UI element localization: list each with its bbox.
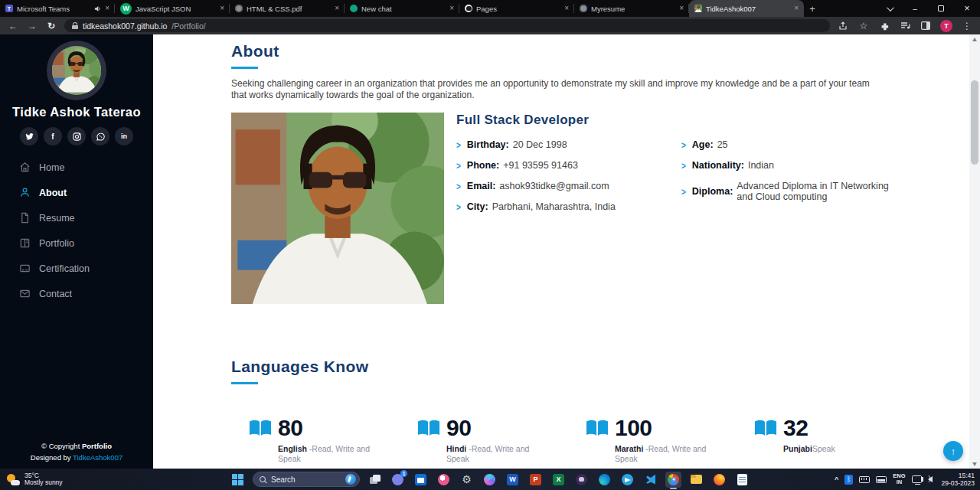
scrollbar-down-arrow[interactable] (969, 459, 980, 469)
powerpoint-button[interactable]: P (528, 472, 544, 488)
profile-avatar[interactable]: T (940, 20, 952, 32)
firefox-button[interactable] (711, 472, 727, 488)
nav-label: Home (39, 162, 64, 173)
languages-section: Languages Know 80 English -Read, Write a… (231, 358, 969, 464)
info-row-email: > Email: ashok93tidke@gmail.com (456, 181, 681, 191)
page-scrollbar[interactable] (969, 34, 980, 469)
role-title: Full Stack Developer (456, 113, 969, 128)
tab-audio-icon[interactable] (94, 5, 101, 12)
tab-close-icon[interactable]: × (220, 5, 224, 12)
tab-close-icon[interactable]: × (449, 5, 454, 12)
whatsapp-icon[interactable] (91, 127, 109, 145)
keyboard-icon[interactable] (859, 476, 870, 483)
telegram-button[interactable] (619, 472, 635, 488)
tab-close-icon[interactable]: × (679, 5, 684, 12)
scrollbar-thumb[interactable] (971, 80, 978, 165)
taskbar-clock[interactable]: 15:41 29-03-2023 (942, 472, 975, 487)
share-icon[interactable] (837, 20, 849, 32)
language-count: 90 (446, 415, 471, 441)
reload-button[interactable]: ↻ (45, 21, 57, 31)
word-button[interactable]: W (505, 472, 521, 488)
facebook-icon[interactable]: f (44, 127, 62, 145)
sidebar-item-about[interactable]: About (19, 180, 153, 205)
open-book-icon (586, 419, 609, 438)
twitter-icon[interactable] (20, 127, 38, 145)
side-panel-icon[interactable] (920, 20, 932, 32)
back-button[interactable]: ← (7, 21, 19, 31)
info-label: Email: (467, 181, 496, 191)
tray-chevron-icon[interactable]: ^ (835, 475, 838, 483)
tab-close-icon[interactable]: × (794, 5, 799, 12)
info-value: Advanced Diploma in IT Networking and Cl… (737, 181, 896, 202)
restore-button[interactable] (928, 0, 954, 17)
chevron-right-icon: > (681, 139, 686, 149)
book-icon (19, 237, 31, 249)
back-to-top-button[interactable]: ↑ (943, 441, 963, 461)
speaker-icon[interactable] (928, 476, 933, 482)
edge-button[interactable] (596, 472, 612, 488)
tab-html-css-pdf[interactable]: HTML & CSS.pdf × (230, 0, 345, 17)
tab-new-chat[interactable]: New chat × (345, 0, 459, 17)
tab-close-icon[interactable]: × (335, 5, 339, 12)
minimize-button[interactable]: – (902, 0, 928, 17)
info-value: ashok93tidke@gmail.com (499, 181, 609, 191)
designed-line: Designed by TidkeAshok007 (0, 452, 153, 463)
touchpad-icon[interactable] (876, 476, 887, 483)
info-row-age: > Age: 25 (681, 139, 969, 150)
tab-close-icon[interactable]: × (105, 5, 109, 12)
copilot-button[interactable] (482, 472, 498, 488)
media-controls-icon[interactable] (899, 20, 911, 32)
new-tab-button[interactable]: + (804, 0, 821, 17)
sidebar-item-resume[interactable]: Resume (19, 205, 153, 230)
weather-text: 35°C Mostly sunny (24, 472, 63, 487)
github-desktop-button[interactable] (573, 472, 590, 488)
lock-icon[interactable] (72, 22, 78, 29)
weather-sun-cloud-icon (7, 474, 20, 485)
sidebar-item-certification[interactable]: Certification (19, 256, 153, 281)
browser-menu-kebab-icon[interactable]: ⋮ (961, 20, 973, 32)
scrollbar-up-arrow[interactable] (969, 34, 980, 44)
designed-by-link[interactable]: TidkeAshok007 (73, 453, 122, 462)
chrome-button-active[interactable] (665, 472, 681, 488)
tab-search-chevron-icon[interactable] (876, 0, 902, 17)
linkedin-icon[interactable]: in (115, 127, 133, 145)
vscode-button[interactable] (642, 472, 658, 488)
sidebar-item-portfolio[interactable]: Portfolio (19, 230, 153, 256)
sidebar-item-contact[interactable]: Contact (19, 281, 153, 306)
language-stat-english: 80 English -Read, Write and Speak (249, 415, 417, 464)
profile-photo (52, 46, 101, 95)
gear-icon: ⚙ (462, 474, 472, 485)
tab-title: New chat (361, 5, 446, 13)
forward-button[interactable]: → (26, 21, 38, 31)
sidebar-item-home[interactable]: Home (19, 155, 153, 180)
close-button[interactable]: × (954, 0, 980, 17)
taskbar-search-box[interactable]: Search (253, 472, 360, 487)
bookmark-star-icon[interactable]: ☆ (858, 20, 870, 32)
settings-button[interactable]: ⚙ (459, 472, 475, 488)
taskbar-weather-widget[interactable]: 35°C Mostly sunny (7, 472, 63, 487)
tab-javascript-json[interactable]: W JavaScript JSON × (115, 0, 230, 17)
tab-tidkeashok007-active[interactable]: TidkeAshok007 × (689, 0, 804, 17)
languages-section-title: Languages Know (231, 358, 969, 376)
tab-pages[interactable]: Pages × (459, 0, 574, 17)
address-bar[interactable]: tidkeashok007.github.io/Portfolio/ (64, 19, 830, 32)
notepad-button[interactable] (734, 472, 750, 488)
task-view-button[interactable] (367, 472, 383, 488)
excel-button[interactable]: X (550, 472, 567, 488)
page-viewport: Tidke Ashok Taterao f in Home (0, 34, 980, 469)
bluetooth-icon[interactable]: ᛒ (844, 475, 853, 485)
microsoft-store-button[interactable] (413, 472, 429, 488)
start-button[interactable] (230, 472, 246, 488)
tab-microsoft-teams[interactable]: T Microsoft Teams × (0, 0, 115, 17)
language-stat-punjabi: 32 PunjabiSpeak (754, 415, 923, 464)
paint-button[interactable] (436, 472, 452, 488)
instagram-icon[interactable] (67, 127, 86, 145)
info-row-phone: > Phone: +91 93595 91463 (456, 160, 681, 171)
extensions-puzzle-icon[interactable] (878, 20, 890, 32)
language-indicator[interactable]: ENGIN (893, 473, 905, 485)
tab-close-icon[interactable]: × (564, 5, 569, 12)
teams-chat-button[interactable]: 1 (390, 472, 406, 488)
about-photo (231, 113, 444, 304)
tab-myresume[interactable]: Myresume × (574, 0, 689, 17)
file-explorer-button[interactable] (688, 472, 704, 488)
